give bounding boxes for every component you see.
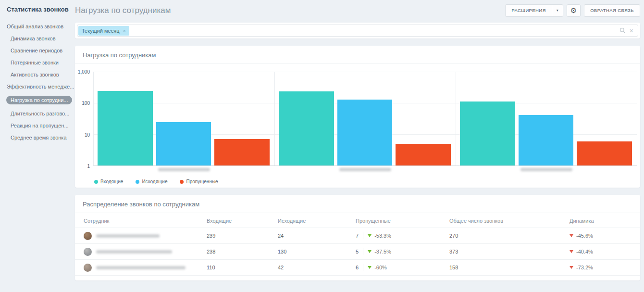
settings-button[interactable]: ⚙: [567, 4, 581, 17]
trend-down-icon: [570, 266, 573, 269]
missed-value: 5: [356, 249, 359, 254]
sidebar-item[interactable]: Длительность разгово...: [7, 111, 69, 116]
bar-chart: 1,000100101: [75, 72, 640, 166]
trend-down-icon: [570, 234, 573, 237]
legend-item[interactable]: Исходящие: [136, 179, 167, 184]
chevron-down-icon[interactable]: ▾: [552, 5, 563, 16]
sidebar-item-label: Реакция на пропущен...: [11, 123, 69, 128]
sidebar-item[interactable]: Динамика звонков: [7, 36, 69, 41]
column-header[interactable]: Исходящие: [278, 218, 356, 224]
extensions-button[interactable]: РАСШИРЕНИЯ ▾: [505, 4, 563, 17]
sidebar-item-label: Нагрузка по сотрудни...: [6, 96, 72, 104]
table-row[interactable]: 110426-60%158-73.2%: [75, 260, 640, 276]
dynamics-change: -73.2%: [576, 265, 593, 270]
legend-item[interactable]: Пропущенные: [180, 179, 218, 184]
divider: [363, 264, 363, 271]
y-axis-tick: 1,000: [78, 69, 90, 75]
bar-Пропущенные[interactable]: [214, 139, 270, 165]
missed-value: 6: [356, 265, 359, 270]
sidebar-item-label: Активность звонков: [11, 72, 59, 77]
column-header[interactable]: Общее число звонков: [449, 218, 570, 224]
sidebar-item[interactable]: Реакция на пропущен...: [7, 123, 69, 128]
bar-Исходящие[interactable]: [519, 115, 574, 165]
bar-Пропущенные[interactable]: [577, 141, 632, 166]
y-axis-tick: 100: [82, 101, 90, 106]
extensions-button-label: РАСШИРЕНИЯ: [506, 8, 551, 13]
sidebar-item[interactable]: Нагрузка по сотрудни...: [7, 96, 69, 104]
employee-cell: [75, 248, 207, 256]
bar-group: [274, 72, 456, 165]
sidebar-item-label: Среднее время звонка: [11, 135, 67, 140]
trend-down-icon: [368, 234, 372, 237]
dynamics-cell: -45.6%: [570, 233, 640, 239]
table-body: 239247-53.3%270-45.6%2381305-37.5%373-40…: [75, 228, 640, 276]
bar-Пропущенные[interactable]: [396, 144, 451, 165]
gear-icon: ⚙: [570, 7, 577, 14]
x-axis-label-blurred: [520, 168, 572, 171]
sidebar-item-label: Потерянные звонки: [11, 60, 59, 65]
bar-Входящие[interactable]: [460, 102, 515, 165]
incoming-cell: 110: [207, 265, 278, 270]
legend-label: Входящие: [100, 179, 123, 184]
sidebar-item[interactable]: Сравнение периодов: [7, 48, 69, 53]
divider: [363, 248, 363, 255]
missed-cell: 6-60%: [356, 264, 449, 271]
trend-down-icon: [368, 266, 372, 269]
filter-input[interactable]: Текущий месяц × ×: [77, 25, 638, 37]
employee-name-blurred: [96, 234, 160, 238]
sidebar-item-label: Эффективность менедже...: [7, 84, 74, 89]
total-cell: 158: [449, 265, 570, 270]
avatar: [84, 232, 92, 240]
sidebar-item[interactable]: Потерянные звонки: [7, 60, 69, 65]
bar-Входящие[interactable]: [98, 91, 153, 165]
outgoing-cell: 42: [278, 265, 356, 270]
chart-y-axis: 1,000100101: [75, 72, 93, 166]
bar-group: [94, 72, 274, 165]
x-axis-label-blurred: [339, 168, 391, 171]
missed-change: -53.3%: [374, 233, 391, 239]
sidebar-item-label: Сравнение периодов: [11, 48, 62, 53]
table-row[interactable]: 2381305-37.5%373-40.4%: [75, 244, 640, 260]
column-header[interactable]: Динамика: [570, 218, 640, 224]
column-header[interactable]: Сотрудник: [75, 218, 207, 224]
missed-change: -37.5%: [374, 249, 391, 254]
outgoing-cell: 24: [278, 233, 356, 239]
table-header: СотрудникВходящиеИсходящиеПропущенныеОбщ…: [75, 213, 640, 228]
column-header[interactable]: Входящие: [207, 218, 278, 224]
app-root: Статистика звонков Общий анализ звонковД…: [0, 0, 644, 292]
bar-Входящие[interactable]: [279, 91, 334, 165]
topbar-actions: РАСШИРЕНИЯ ▾ ⚙ ОБРАТНАЯ СВЯЗЬ: [505, 4, 640, 17]
x-axis-label-blurred: [158, 168, 210, 171]
trend-down-icon: [368, 250, 372, 253]
employee-cell: [75, 264, 207, 272]
chart-plot: [93, 72, 637, 166]
filter-panel: Текущий месяц × ×: [75, 23, 640, 38]
dynamics-cell: -73.2%: [570, 265, 640, 270]
legend-label: Пропущенные: [186, 179, 218, 184]
missed-cell: 5-37.5%: [356, 248, 449, 255]
legend-item[interactable]: Входящие: [94, 179, 123, 184]
missed-value: 7: [356, 233, 359, 239]
remove-filter-icon[interactable]: ×: [123, 28, 126, 34]
sidebar-item[interactable]: Общий анализ звонков: [7, 24, 69, 29]
dynamics-change: -45.6%: [576, 233, 593, 239]
sidebar-item[interactable]: Среднее время звонка: [7, 135, 69, 140]
table-row[interactable]: 239247-53.3%270-45.6%: [75, 228, 640, 244]
filter-icons: ×: [619, 27, 633, 34]
missed-change: -60%: [374, 265, 387, 270]
clear-filter-icon[interactable]: ×: [630, 27, 633, 34]
incoming-cell: 238: [207, 249, 278, 254]
bar-Исходящие[interactable]: [156, 122, 211, 165]
bar-Исходящие[interactable]: [337, 100, 393, 165]
total-cell: 270: [449, 233, 570, 239]
sidebar-item-label: Длительность разгово...: [11, 111, 69, 116]
filter-tag: Текущий месяц ×: [78, 26, 129, 36]
column-header[interactable]: Пропущенные: [356, 218, 449, 224]
sidebar-item[interactable]: Эффективность менедже...: [7, 84, 69, 89]
sidebar-title: Статистика звонков: [7, 6, 69, 13]
sidebar-item[interactable]: Активность звонков: [7, 72, 69, 77]
table-panel-title: Распределение звонков по сотрудникам: [75, 195, 640, 213]
search-icon[interactable]: [619, 27, 626, 34]
filter-tag-label: Текущий месяц: [82, 28, 120, 34]
feedback-button[interactable]: ОБРАТНАЯ СВЯЗЬ: [584, 4, 640, 17]
